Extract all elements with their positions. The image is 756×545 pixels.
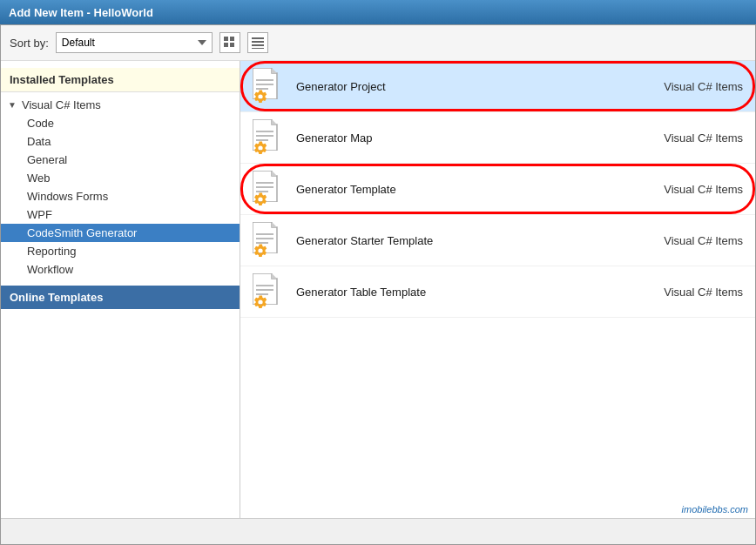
bottom-bar	[1, 518, 755, 544]
sidebar-section: ▼ Visual C# Items Code Data General Web …	[1, 92, 240, 282]
sidebar-item-web[interactable]: Web	[1, 169, 240, 187]
template-item-generator-project[interactable]: Generator Project Visual C# Items	[240, 61, 755, 112]
template-icon-wrap-5	[253, 273, 287, 310]
template-icon-wrap-2	[253, 119, 287, 156]
template-category-5: Visual C# Items	[638, 286, 743, 299]
template-item-generator-template[interactable]: Generator Template Visual C# Items	[240, 164, 755, 215]
svg-rect-2	[224, 43, 228, 47]
sidebar-item-reporting[interactable]: Reporting	[1, 242, 240, 260]
sidebar-item-wpf[interactable]: WPF	[1, 205, 240, 224]
template-icon-wrap-4	[253, 222, 287, 259]
svg-marker-9	[272, 68, 277, 73]
svg-rect-6	[252, 44, 264, 46]
dialog: Sort by: Default Name Type Date	[0, 24, 756, 545]
content-area: Installed Templates ▼ Visual C# Items Co…	[1, 61, 755, 518]
svg-rect-0	[224, 37, 228, 41]
sidebar-online-templates[interactable]: Online Templates	[1, 286, 240, 309]
template-name-5: Generator Table Template	[296, 286, 638, 299]
svg-marker-14	[272, 119, 277, 124]
template-name-2: Generator Map	[296, 131, 638, 145]
svg-rect-7	[252, 48, 264, 49]
svg-marker-29	[272, 273, 277, 279]
sidebar-item-windows-forms[interactable]: Windows Forms	[1, 187, 240, 205]
template-item-generator-table[interactable]: Generator Table Template Visual C# Items	[240, 266, 755, 318]
template-category-4: Visual C# Items	[638, 234, 743, 247]
main-content: Generator Project Visual C# Items	[240, 61, 755, 518]
sidebar-item-code[interactable]: Code	[1, 114, 240, 132]
template-item-generator-map[interactable]: Generator Map Visual C# Items	[240, 112, 755, 164]
list-view-icon	[252, 37, 264, 49]
svg-rect-4	[252, 37, 264, 39]
template-name-1: Generator Project	[296, 80, 638, 93]
svg-rect-3	[230, 43, 234, 47]
collapse-triangle-icon: ▼	[8, 100, 18, 110]
sidebar-item-codesmith-generator[interactable]: CodeSmith Generator	[1, 224, 240, 242]
template-icon-wrap-1	[253, 68, 287, 104]
template-category-2: Visual C# Items	[638, 131, 743, 145]
list-view-button[interactable]	[247, 32, 268, 53]
gear-overlay-5	[253, 294, 268, 310]
grid-view-icon	[224, 37, 236, 49]
title-bar: Add New Item - HelloWorld	[0, 0, 756, 24]
template-list: Generator Project Visual C# Items	[240, 61, 755, 318]
sidebar-parent-visual-csharp[interactable]: ▼ Visual C# Items	[1, 96, 240, 114]
gear-overlay-1	[253, 89, 268, 104]
grid-view-button[interactable]	[219, 32, 240, 53]
gear-overlay-4	[253, 243, 268, 259]
gear-overlay-3	[253, 192, 268, 207]
svg-rect-5	[252, 41, 264, 43]
sidebar-title: Installed Templates	[1, 68, 240, 92]
sort-select[interactable]: Default Name Type Date	[56, 32, 213, 53]
template-name-3: Generator Template	[296, 183, 638, 196]
template-name-4: Generator Starter Template	[296, 234, 638, 247]
sidebar-item-data[interactable]: Data	[1, 132, 240, 151]
sidebar-item-general[interactable]: General	[1, 151, 240, 169]
sidebar-item-workflow[interactable]: Workflow	[1, 260, 240, 279]
template-icon-wrap-3	[253, 171, 287, 207]
gear-overlay-2	[253, 140, 268, 156]
sidebar-parent-label: Visual C# Items	[22, 98, 101, 111]
toolbar: Sort by: Default Name Type Date	[1, 25, 755, 61]
sidebar: Installed Templates ▼ Visual C# Items Co…	[1, 61, 240, 518]
svg-marker-19	[272, 171, 277, 176]
template-item-generator-starter[interactable]: Generator Starter Template Visual C# Ite…	[240, 215, 755, 266]
svg-rect-1	[230, 37, 234, 41]
template-category-3: Visual C# Items	[638, 183, 743, 196]
title-text: Add New Item - HelloWorld	[9, 6, 153, 19]
svg-marker-24	[272, 222, 277, 227]
template-category-1: Visual C# Items	[638, 80, 743, 93]
sort-label: Sort by:	[10, 37, 49, 50]
watermark: imobilebbs.com	[682, 504, 748, 515]
